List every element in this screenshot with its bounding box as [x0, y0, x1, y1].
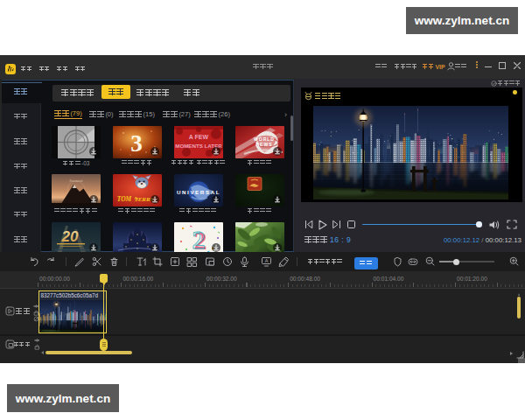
- svg-text:A FEW: A FEW: [189, 134, 209, 140]
- svg-text:3: 3: [130, 130, 143, 157]
- svg-text:NEWS: NEWS: [256, 142, 273, 147]
- svg-text:20: 20: [61, 228, 79, 245]
- svg-text:A: A: [265, 258, 269, 263]
- svg-text:Paramount: Paramount: [69, 179, 82, 183]
- svg-text:2: 2: [192, 225, 206, 254]
- svg-text:UNIVERSAL: UNIVERSAL: [177, 188, 220, 194]
- svg-text:TOM: TOM: [117, 195, 132, 203]
